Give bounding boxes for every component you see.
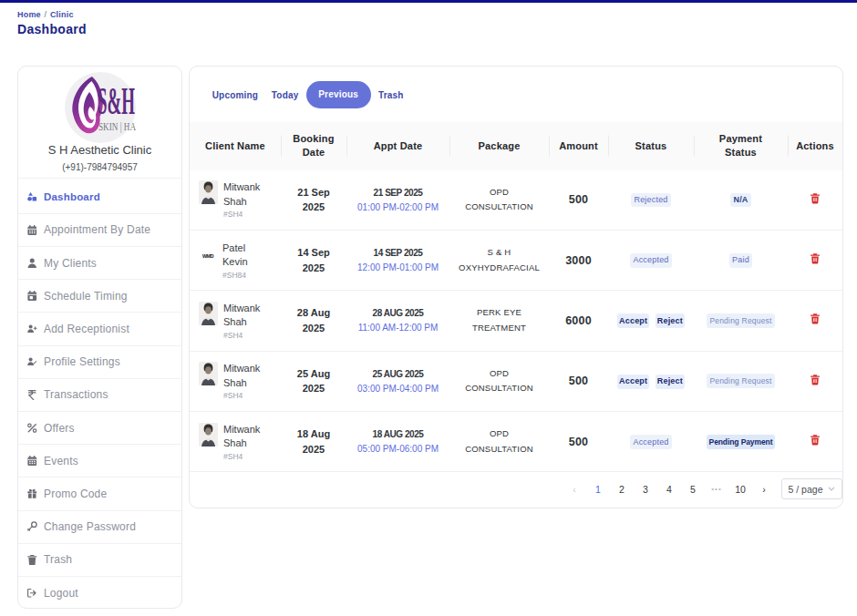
svg-text:SKIN | HA: SKIN | HA [98,119,136,133]
svg-text:WMD: WMD [202,253,214,259]
svg-text:S&H: S&H [98,80,135,122]
